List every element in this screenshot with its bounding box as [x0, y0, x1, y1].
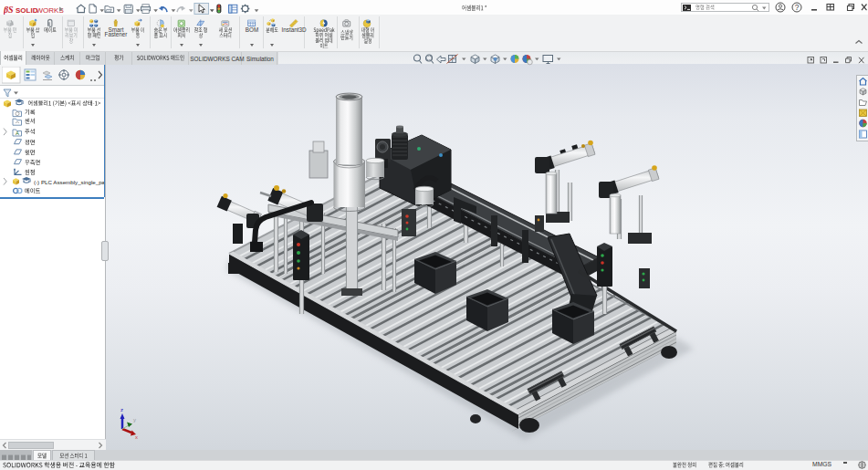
svg-text:A: A: [16, 131, 19, 136]
svg-text:?: ?: [795, 3, 800, 12]
svg-text:βS: βS: [4, 5, 14, 15]
svg-text:SOLID: SOLID: [16, 6, 38, 15]
